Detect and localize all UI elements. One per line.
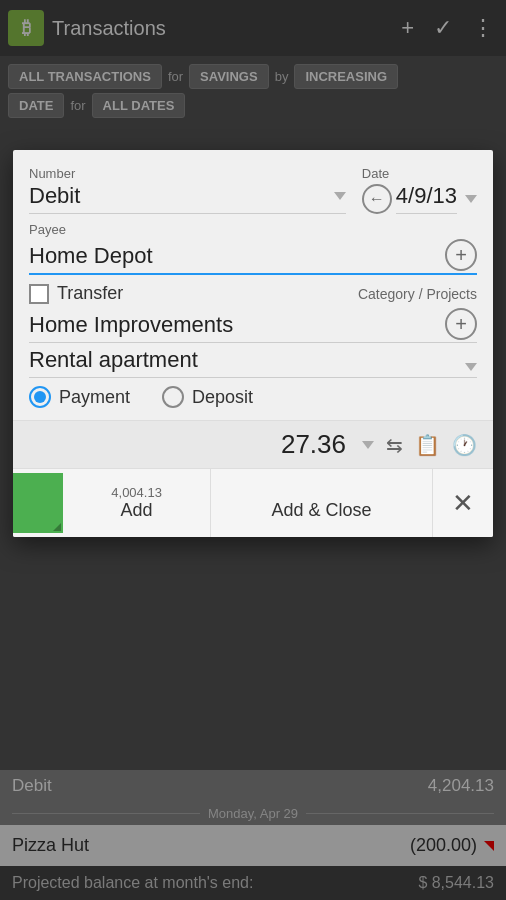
payment-radio-inner: [34, 391, 46, 403]
clipboard-icon[interactable]: 📋: [415, 433, 440, 457]
modal-overlay: Number Debit Date ← 4/9/13: [0, 0, 506, 900]
number-date-row: Number Debit Date ← 4/9/13: [29, 166, 477, 214]
number-value: Debit: [29, 183, 330, 209]
date-back-button[interactable]: ←: [362, 184, 392, 214]
dialog-footer: 4,004.13 Add Add & Close ✕: [13, 468, 493, 537]
date-value: 4/9/13: [396, 183, 457, 214]
category-projects-label: Category / Projects: [358, 286, 477, 302]
payment-radio[interactable]: Payment: [29, 386, 130, 408]
payee-add-button[interactable]: +: [445, 239, 477, 271]
history-icon[interactable]: 🕐: [452, 433, 477, 457]
deposit-label: Deposit: [192, 387, 253, 408]
project-value: Rental apartment: [29, 347, 465, 377]
add-label: Add: [63, 500, 210, 521]
add-close-label: Add & Close: [211, 500, 432, 521]
payee-input[interactable]: [29, 243, 441, 273]
project-row[interactable]: Rental apartment: [29, 347, 477, 378]
date-group: Date ← 4/9/13: [362, 166, 477, 214]
payee-label: Payee: [29, 222, 477, 237]
add-close-button[interactable]: Add & Close: [211, 469, 433, 537]
split-icon[interactable]: ⇆: [386, 433, 403, 457]
project-dropdown-arrow: [465, 363, 477, 371]
add-button-footer[interactable]: 4,004.13 Add: [63, 469, 211, 537]
deposit-radio-outer: [162, 386, 184, 408]
number-label: Number: [29, 166, 346, 181]
amount-dropdown-arrow: [362, 441, 374, 449]
color-swatch[interactable]: [13, 473, 63, 533]
transfer-label: Transfer: [57, 283, 123, 304]
date-dropdown-arrow: [465, 195, 477, 203]
payee-section: Payee +: [29, 222, 477, 275]
amount-section: 27.36 ⇆ 📋 🕐: [13, 420, 493, 468]
add-close-amount: [211, 485, 432, 500]
transfer-row: Transfer Category / Projects: [29, 283, 477, 304]
number-group: Number Debit: [29, 166, 346, 214]
add-amount: 4,004.13: [63, 485, 210, 500]
category-input-row: +: [29, 308, 477, 343]
amount-value[interactable]: 27.36: [29, 429, 350, 460]
payee-input-row: +: [29, 239, 477, 275]
payment-radio-outer: [29, 386, 51, 408]
deposit-radio[interactable]: Deposit: [162, 386, 253, 408]
payment-row: Payment Deposit: [29, 386, 477, 408]
close-button[interactable]: ✕: [433, 472, 493, 535]
payment-label: Payment: [59, 387, 130, 408]
date-label: Date: [362, 166, 389, 181]
category-add-button[interactable]: +: [445, 308, 477, 340]
transaction-dialog: Number Debit Date ← 4/9/13: [13, 150, 493, 537]
category-section: +: [29, 308, 477, 343]
swatch-arrow: [53, 523, 61, 531]
number-field[interactable]: Debit: [29, 183, 346, 214]
category-input[interactable]: [29, 312, 441, 342]
dialog-body: Number Debit Date ← 4/9/13: [13, 150, 493, 408]
number-dropdown-arrow: [334, 192, 346, 200]
transfer-checkbox[interactable]: [29, 284, 49, 304]
date-nav: ← 4/9/13: [362, 183, 477, 214]
